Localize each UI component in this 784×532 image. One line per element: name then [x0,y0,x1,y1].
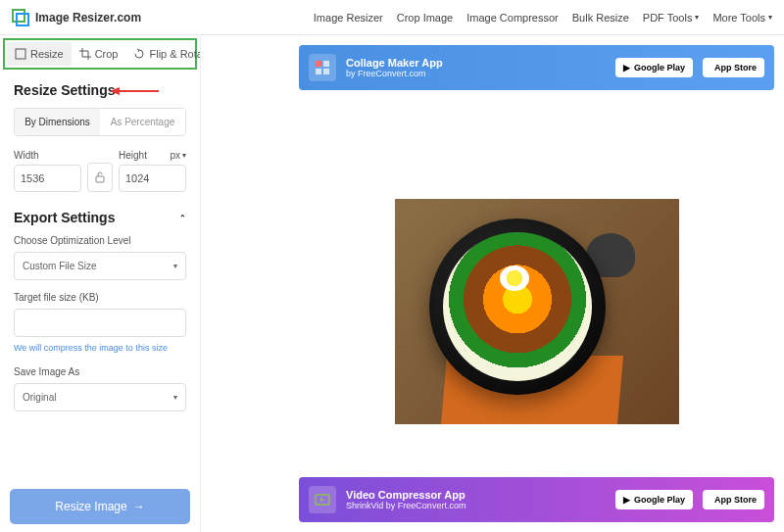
target-size-label: Target file size (KB) [14,292,186,303]
nav-crop-image[interactable]: Crop Image [397,12,453,24]
svg-rect-7 [323,69,329,74]
arrow-right-icon: → [133,500,145,513]
compress-hint: We will compress the image to this size [14,343,186,353]
chevron-up-icon: ⌃ [179,214,186,222]
height-input[interactable] [119,165,186,192]
lock-aspect-button[interactable] [87,163,113,192]
svg-rect-6 [316,69,321,74]
ad-bot-title: Video Compressor App [346,489,606,501]
resize-settings-title: Resize Settings [14,82,186,98]
sidebar: Resize Crop Flip & Rotate Resize Setting… [0,35,201,532]
tab-flip-rotate[interactable]: Flip & Rotate [125,42,201,66]
mode-toggle: By Dimensions As Percentage [14,108,186,136]
nav-image-resizer[interactable]: Image Resizer [314,12,383,24]
ad-top-title: Collage Maker App [346,57,606,69]
optimization-label: Choose Optimization Level [14,235,186,246]
dimensions-row: Width Height px▾ [14,150,186,192]
by-dimensions-button[interactable]: By Dimensions [15,109,100,135]
main: Resize Crop Flip & Rotate Resize Setting… [0,35,784,532]
ad-top-sub: by FreeConvert.com [346,69,606,78]
nav-image-compressor[interactable]: Image Compressor [466,12,559,24]
width-label: Width [14,150,81,161]
target-size-input[interactable] [14,309,186,337]
as-percentage-button[interactable]: As Percentage [100,109,185,135]
video-icon [309,486,336,513]
height-label: Height [119,150,147,161]
collage-icon [309,54,336,81]
ad-banner-top: Collage Maker App by FreeConvert.com ▶Go… [299,45,774,90]
tab-resize[interactable]: Resize [7,42,72,66]
nav-pdf-tools[interactable]: PDF Tools▾ [643,12,700,24]
logo-text: Image Resizer.com [35,11,141,24]
nav-bulk-resize[interactable]: Bulk Resize [572,12,629,24]
logo-icon [12,9,29,26]
chevron-down-icon: ▾ [182,151,186,160]
ad-bot-sub: ShrinkVid by FreeConvert.com [346,501,606,510]
export-settings-title[interactable]: Export Settings ⌃ [14,210,186,225]
width-input[interactable] [14,165,81,192]
resize-image-button[interactable]: Resize Image → [10,489,190,524]
chevron-down-icon: ▾ [768,13,772,22]
ad-banner-bottom: Video Compressor App ShrinkVid by FreeCo… [299,477,774,522]
svg-rect-5 [323,61,329,67]
top-nav: Image Resizer Crop Image Image Compresso… [314,12,772,24]
app-store-button[interactable]: App Store [703,490,764,509]
content-area: Collage Maker App by FreeConvert.com ▶Go… [201,35,784,532]
chevron-down-icon: ▾ [173,262,177,270]
chevron-down-icon: ▾ [173,393,177,402]
logo[interactable]: Image Resizer.com [12,9,141,26]
chevron-down-icon: ▾ [695,13,699,22]
optimization-select[interactable]: Custom File Size ▾ [14,252,186,280]
svg-rect-3 [96,176,104,182]
rotate-icon [133,48,145,60]
crop-icon [79,48,91,60]
resize-icon [15,48,26,60]
tab-crop[interactable]: Crop [72,42,126,66]
play-icon: ▶ [623,495,630,505]
save-as-label: Save Image As [14,366,186,377]
tool-tabs: Resize Crop Flip & Rotate [3,38,197,70]
nav-more-tools[interactable]: More Tools▾ [712,12,772,24]
save-as-select[interactable]: Original ▾ [14,383,186,411]
unit-select[interactable]: px▾ [170,150,186,161]
app-store-button[interactable]: App Store [703,58,764,77]
svg-marker-9 [320,498,324,502]
svg-rect-0 [16,49,25,59]
play-icon: ▶ [623,63,630,73]
image-preview-area [299,100,774,522]
google-play-button[interactable]: ▶Google Play [615,490,693,509]
google-play-button[interactable]: ▶Google Play [615,58,693,77]
svg-rect-4 [316,61,321,67]
resize-settings-panel: Resize Settings By Dimensions As Percent… [0,73,200,433]
unlock-icon [94,171,106,183]
svg-marker-2 [110,87,120,95]
arrow-annotation [110,86,159,96]
header: Image Resizer.com Image Resizer Crop Ima… [0,0,784,35]
preview-image[interactable] [395,199,679,424]
